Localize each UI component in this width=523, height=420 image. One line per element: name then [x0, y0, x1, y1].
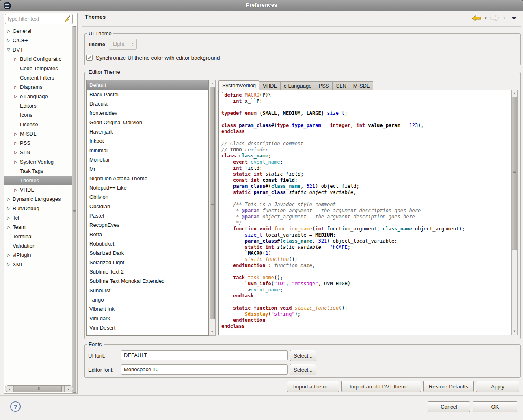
tree-collapsed-arrow-icon[interactable]: ▷ [4, 250, 13, 260]
clear-filter-broom-icon[interactable] [65, 15, 71, 22]
theme-list-item-vim-dark[interactable]: Vim dark [87, 314, 208, 323]
tree-item-dynamic-languages[interactable]: ▷Dynamic Languages [4, 194, 73, 204]
theme-list-item-solarized-dark[interactable]: Solarized Dark [87, 248, 208, 258]
tree-item-tcl[interactable]: ▷Tcl [4, 213, 73, 222]
theme-list-item-sublime-text-monokai-extended[interactable]: Sublime Text Monokai Extended [87, 276, 208, 286]
ui-font-field[interactable] [121, 350, 288, 360]
theme-list-item-sublime-text-2[interactable]: Sublime Text 2 [87, 267, 208, 276]
theme-list-item-vibrant-ink[interactable]: Vibrant Ink [87, 304, 208, 314]
tree-collapsed-arrow-icon[interactable]: ▷ [12, 129, 20, 138]
tree-item-pss[interactable]: ▷PSS [4, 138, 73, 148]
theme-list-item-obsidian[interactable]: Obsidian [87, 202, 208, 211]
theme-list-item-solarized-light[interactable]: Solarized Light [87, 258, 208, 267]
tree-collapsed-arrow-icon[interactable]: ▷ [4, 204, 13, 213]
tree-item-diagrams[interactable]: ▷Diagrams [4, 82, 73, 92]
tab-m-sdl[interactable]: M-SDL [350, 81, 373, 90]
tab-systemverilog[interactable]: SystemVerilog [218, 80, 259, 90]
tree-item-e-language[interactable]: ▷e Language [4, 92, 73, 101]
theme-list-item-roboticket[interactable]: Roboticket [87, 239, 208, 248]
back-history-dropdown-icon[interactable]: ▾ [485, 16, 487, 20]
tree-item-m-sdl[interactable]: ▷M-SDL [4, 129, 73, 138]
tree-item-build-configuratic[interactable]: ▷Build Configuratic [4, 54, 73, 64]
theme-list-item-monokai[interactable]: Monokai [87, 155, 208, 164]
theme-list-item-gedit-original-oblivion[interactable]: Gedit Original Oblivion [87, 118, 208, 127]
tree-item-task-tags[interactable]: Task Tags [4, 166, 73, 176]
view-menu-icon[interactable] [511, 17, 517, 20]
theme-list-item-notepad-like[interactable]: Notepad++ Like [87, 183, 208, 192]
tree-collapsed-arrow-icon[interactable]: ▷ [4, 36, 13, 45]
tree-item-content-filters[interactable]: Content Filters [4, 73, 73, 82]
theme-list-item-tango[interactable]: Tango [87, 295, 208, 304]
tree-collapsed-arrow-icon[interactable]: ▷ [12, 92, 20, 101]
theme-list-scroll-thumb[interactable] [210, 87, 215, 319]
ui-font-select-button[interactable]: Select... [290, 350, 316, 361]
editor-font-select-button[interactable]: Select... [290, 364, 316, 375]
theme-list-item-mr[interactable]: Mr [87, 164, 208, 174]
tree-collapsed-arrow-icon[interactable]: ▷ [12, 185, 20, 194]
hscroll-right-arrow-icon[interactable]: › [64, 386, 73, 392]
tree-item-xml[interactable]: ▷XML [4, 260, 73, 269]
tree-collapsed-arrow-icon[interactable]: ▷ [4, 222, 13, 232]
theme-list-item-default[interactable]: Default [87, 80, 208, 90]
theme-list-item-nightlion-aptana-theme[interactable]: NightLion Aptana Theme [87, 174, 208, 183]
tree-item-icons[interactable]: Icons [4, 110, 73, 120]
tree-collapsed-arrow-icon[interactable]: ▷ [12, 138, 20, 148]
scroll-up-icon[interactable]: ▲ [512, 90, 517, 96]
tree-horizontal-scrollbar[interactable]: ‹ › [5, 385, 73, 392]
back-arrow-icon[interactable] [472, 15, 481, 22]
restore-defaults-button[interactable]: Restore Defaults [423, 381, 474, 392]
help-button[interactable]: ? [10, 401, 21, 412]
tree-item-terminal[interactable]: Terminal [4, 232, 73, 241]
theme-combo[interactable]: Light ▴▾ [109, 39, 137, 50]
filter-input[interactable] [5, 14, 73, 24]
theme-list-item-black-pastel[interactable]: Black Pastel [87, 90, 208, 99]
theme-list-item-recogneyes[interactable]: RecognEyes [87, 220, 208, 230]
scroll-up-icon[interactable]: ▲ [210, 81, 215, 86]
theme-list-item-pastel[interactable]: Pastel [87, 211, 208, 220]
tree-item-vhdl[interactable]: ▷VHDL [4, 185, 73, 194]
apply-button[interactable]: Apply [476, 381, 519, 392]
theme-list-item-minimal[interactable]: minimal [87, 146, 208, 155]
tree-item-dvt[interactable]: ▽DVT [4, 45, 73, 54]
tree-item-editors[interactable]: Editors [4, 101, 73, 110]
code-scroll-thumb[interactable] [512, 97, 517, 250]
tree-item-viplugin[interactable]: ▷viPlugin [4, 250, 73, 260]
tab-sln[interactable]: SLN [333, 81, 350, 90]
scroll-down-icon[interactable]: ▼ [512, 329, 517, 334]
import-theme-button[interactable]: Import a theme... [287, 381, 339, 392]
tree-item-themes[interactable]: Themes [4, 176, 73, 185]
ok-button[interactable]: OK [473, 401, 517, 412]
tree-collapsed-arrow-icon[interactable]: ▷ [12, 82, 20, 92]
tree-item-systemverilog[interactable]: ▷SystemVerilog [4, 157, 73, 166]
hscroll-left-arrow-icon[interactable]: ‹ [5, 386, 14, 392]
tab-vhdl[interactable]: VHDL [259, 81, 281, 90]
tree-item-team[interactable]: ▷Team [4, 222, 73, 232]
tree-vertical-scrollbar[interactable] [72, 26, 77, 393]
tree-collapsed-arrow-icon[interactable]: ▷ [4, 213, 13, 222]
code-preview-scrollbar[interactable]: ▲ ▼ [511, 90, 518, 335]
titlebar[interactable]: Preferences [0, 0, 523, 11]
sync-theme-checkbox[interactable]: ✓ [86, 55, 93, 61]
editor-font-field[interactable] [121, 364, 288, 375]
forward-history-dropdown-icon[interactable]: ▾ [503, 16, 505, 20]
tree-vscroll-thumb[interactable] [73, 26, 76, 393]
tree-item-general[interactable]: ▷General [4, 26, 73, 36]
theme-list-item-sunburst[interactable]: Sunburst [87, 286, 208, 295]
tree-item-c-c[interactable]: ▷C/C++ [4, 36, 73, 45]
tree-item-run-debug[interactable]: ▷Run/Debug [4, 204, 73, 213]
tree-collapsed-arrow-icon[interactable]: ▷ [4, 260, 13, 269]
import-old-dvt-theme-button[interactable]: Import an old DVT theme... [341, 381, 421, 392]
theme-list-item-frontenddev[interactable]: frontenddev [87, 108, 208, 118]
tree-item-sln[interactable]: ▷SLN [4, 148, 73, 157]
hscroll-thumb[interactable] [14, 386, 62, 392]
tab-pss[interactable]: PSS [315, 81, 333, 90]
theme-list-item-retta[interactable]: Retta [87, 230, 208, 239]
scroll-down-icon[interactable]: ▼ [210, 329, 215, 335]
tree-expanded-arrow-icon[interactable]: ▽ [4, 45, 13, 54]
tree-item-code-templates[interactable]: Code Templates [4, 64, 73, 73]
forward-arrow-icon[interactable] [490, 15, 499, 22]
tree-collapsed-arrow-icon[interactable]: ▷ [12, 54, 20, 64]
tab-e-language[interactable]: e Language [281, 81, 316, 90]
cancel-button[interactable]: Cancel [428, 401, 470, 412]
theme-list-item-vim-desert[interactable]: Vim Desert [87, 323, 208, 332]
